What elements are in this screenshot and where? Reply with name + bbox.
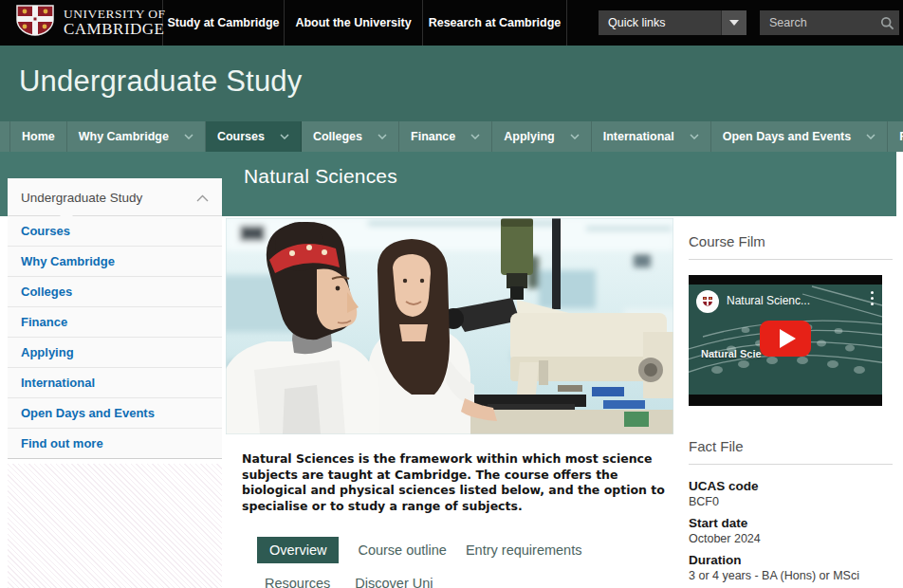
sidebar-accordion-header[interactable]: Undergraduate Study: [8, 178, 222, 216]
nav-open-days[interactable]: Open Days and Events: [711, 121, 888, 152]
tab-entry-requirements[interactable]: Entry requirements: [466, 537, 582, 563]
background-pattern: [8, 464, 222, 588]
tab-discover-uni[interactable]: Discover Uni: [355, 570, 433, 588]
logo-text: UNIVERSITY OF CAMBRIDGE: [64, 8, 166, 37]
fact-file-list: UCAS code BCF0 Start date October 2024 D…: [689, 478, 893, 588]
chevron-down-icon: [470, 134, 480, 139]
list-item: International: [8, 368, 222, 398]
sidebar-menu: Courses Why Cambridge Colleges Finance A…: [8, 216, 222, 458]
course-intro: Natural Sciences is the framework within…: [242, 451, 671, 514]
top-nav-study[interactable]: Study at Cambridge: [163, 0, 285, 46]
top-nav-about[interactable]: About the University: [285, 0, 423, 46]
video-menu-icon[interactable]: [871, 291, 874, 305]
nav-find-out-more[interactable]: Find out more: [888, 121, 903, 152]
nav-applying[interactable]: Applying: [492, 121, 591, 152]
search-input[interactable]: [760, 16, 875, 29]
divider: [689, 464, 893, 465]
chevron-down-icon: [690, 134, 699, 139]
letterbox-bar: [689, 395, 882, 406]
top-header: UNIVERSITY OF CAMBRIDGE Study at Cambrid…: [0, 0, 903, 46]
cambridge-logo[interactable]: UNIVERSITY OF CAMBRIDGE: [0, 0, 163, 46]
page-title: Natural Sciences: [244, 165, 397, 188]
video-caption: Natural Scie: [701, 348, 762, 359]
list-item: Why Cambridge: [8, 247, 222, 277]
fact-file-heading: Fact File: [689, 438, 893, 454]
sidebar-item-open-days[interactable]: Open Days and Events: [8, 398, 222, 428]
main-nav: Home Why Cambridge Courses Colleges Fina…: [0, 121, 903, 152]
sidebar-item-colleges[interactable]: Colleges: [8, 277, 222, 306]
search-box: [760, 10, 899, 35]
list-item: Finance: [8, 307, 222, 338]
sidebar-item-why-cambridge[interactable]: Why Cambridge: [8, 247, 222, 276]
quick-links-label: Quick links: [599, 16, 721, 29]
sidebar-item-courses[interactable]: Courses: [8, 216, 222, 246]
course-tabs: Overview Course outline Entry requiremen…: [257, 537, 673, 588]
top-nav-research[interactable]: Research at Cambridge: [423, 0, 567, 46]
cambridge-crest-icon: [15, 5, 55, 41]
chevron-down-icon: [570, 134, 580, 139]
letterbox-bar: [689, 275, 882, 285]
youtube-play-button[interactable]: [760, 321, 811, 357]
course-film-heading: Course Film: [689, 233, 893, 249]
nav-why-cambridge[interactable]: Why Cambridge: [67, 121, 206, 152]
fact-ucas-code: UCAS code BCF0: [689, 478, 893, 510]
list-item: Courses: [8, 216, 222, 247]
chevron-down-icon: [184, 134, 194, 139]
fact-start-date: Start date October 2024: [689, 515, 893, 547]
chevron-up-icon: [196, 191, 209, 205]
page: UNIVERSITY OF CAMBRIDGE Study at Cambrid…: [0, 0, 903, 588]
sidebar-item-find-out-more[interactable]: Find out more: [8, 429, 222, 458]
nav-colleges[interactable]: Colleges: [302, 121, 399, 152]
hero-banner: Undergraduate Study: [0, 46, 903, 121]
nav-finance[interactable]: Finance: [399, 121, 492, 152]
left-sidebar: Undergraduate Study Courses Why Cambridg…: [8, 178, 222, 459]
chevron-down-icon: [866, 134, 875, 139]
list-item: Open Days and Events: [8, 398, 222, 429]
chevron-down-icon: [280, 134, 289, 139]
fact-duration: Duration 3 or 4 years - BA (Hons) or MSc…: [689, 552, 893, 584]
top-nav: Study at Cambridge About the University …: [163, 0, 567, 46]
sidebar-notch: [60, 215, 73, 222]
list-item: Find out more: [8, 429, 222, 458]
nav-home[interactable]: Home: [9, 121, 67, 152]
course-video-thumbnail[interactable]: Natural Scienc... Natural Scie: [689, 275, 882, 406]
channel-avatar: [696, 290, 719, 313]
sidebar-item-finance[interactable]: Finance: [8, 307, 222, 337]
nav-courses[interactable]: Courses: [206, 121, 302, 152]
list-item: Applying: [8, 338, 222, 368]
video-title[interactable]: Natural Scienc...: [727, 294, 850, 307]
sidebar-title: Undergraduate Study: [21, 191, 142, 205]
nav-international[interactable]: International: [592, 121, 711, 152]
chevron-down-icon: [378, 134, 387, 139]
divider: [689, 259, 893, 260]
course-photo: [226, 218, 673, 434]
right-sidebar: Course Film: [689, 218, 893, 588]
sidebar-item-international[interactable]: International: [8, 368, 222, 397]
tab-course-outline[interactable]: Course outline: [358, 537, 447, 563]
list-item: Colleges: [8, 277, 222, 307]
site-title: Undergraduate Study: [19, 64, 303, 99]
tab-resources[interactable]: Resources: [265, 570, 330, 588]
sidebar-item-applying[interactable]: Applying: [8, 338, 222, 367]
tab-overview[interactable]: Overview: [257, 537, 339, 563]
search-icon[interactable]: [875, 10, 899, 35]
main-content: Natural Sciences is the framework within…: [226, 218, 673, 588]
quick-links-dropdown[interactable]: Quick links: [599, 10, 746, 35]
dropdown-arrow-icon: [721, 10, 746, 35]
